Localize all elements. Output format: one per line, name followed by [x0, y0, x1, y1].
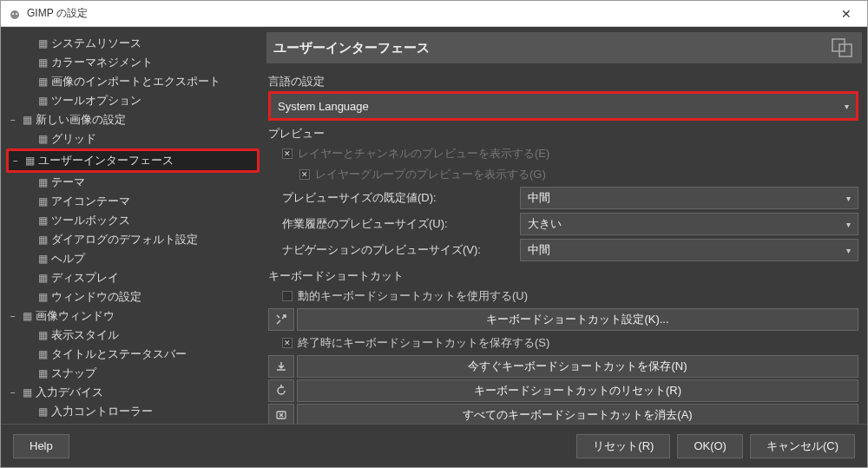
undo-preview-size-dropdown[interactable]: 大きい▾ — [520, 213, 858, 235]
chevron-down-icon: ▾ — [845, 102, 849, 111]
sidebar-item-label: ツールボックス — [51, 213, 130, 228]
sidebar-item[interactable]: ▦タイトルとステータスバー — [6, 345, 260, 364]
tree-item-icon: ▦ — [36, 234, 49, 246]
panel-icon — [831, 37, 855, 58]
sidebar-item[interactable]: ▦ウィンドウの設定 — [6, 287, 260, 307]
svg-rect-4 — [839, 44, 852, 56]
settings-dialog: GIMP の設定 ✕ ▦システムリソース▦カラーマネジメント▦画像のインポートと… — [0, 0, 868, 468]
expander-icon[interactable]: − — [8, 388, 18, 398]
tree-item-icon: ▦ — [36, 367, 49, 379]
sidebar-item[interactable]: ▦画像のインポートとエクスポート — [6, 72, 260, 91]
dynamic-shortcut-checkbox[interactable]: 動的キーボードショートカットを使用する(U) — [268, 286, 858, 307]
checkbox-icon — [282, 338, 293, 348]
main-panel: ユーザーインターフェース 言語の設定 System Language ▾ プレビ… — [261, 27, 867, 424]
sidebar-item[interactable]: ▦入力コントローラー — [6, 402, 260, 421]
window-title: GIMP の設定 — [27, 6, 88, 21]
sidebar-item[interactable]: −▦入力デバイス — [6, 383, 260, 402]
chevron-down-icon: ▾ — [846, 246, 851, 255]
form-area: 言語の設定 System Language ▾ プレビュー レイヤーとチャンネル… — [261, 65, 867, 424]
nav-preview-size-label: ナビゲーションのプレビューサイズ(V): — [268, 242, 520, 258]
tree-item-icon: ▦ — [36, 214, 49, 227]
sidebar-item-label: ユーザーインターフェース — [38, 153, 174, 168]
sidebar-item[interactable]: ▦アイコンテーマ — [6, 192, 260, 211]
sidebar-item-label: グリッド — [51, 131, 96, 147]
svg-point-0 — [10, 10, 19, 19]
svg-point-2 — [16, 13, 17, 15]
sidebar-item[interactable]: −▦ユーザーインターフェース — [9, 151, 257, 170]
cancel-button[interactable]: キャンセル(C) — [750, 434, 855, 458]
tools-icon-button[interactable] — [268, 308, 294, 331]
app-icon — [8, 7, 22, 21]
sidebar-item-label: 画像のインポートとエクスポート — [51, 74, 220, 89]
help-button[interactable]: Help — [13, 434, 69, 458]
preview-section-label: プレビュー — [268, 126, 858, 142]
dialog-footer: Help リセット(R) OK(O) キャンセル(C) — [1, 424, 867, 467]
ok-button[interactable]: OK(O) — [677, 434, 743, 458]
highlight-box: −▦ユーザーインターフェース — [6, 148, 260, 173]
clear-icon-button[interactable] — [268, 404, 294, 424]
sidebar-item-label: テーマ — [51, 175, 85, 190]
language-label: 言語の設定 — [268, 74, 858, 89]
sidebar-item-label: 表示スタイル — [51, 327, 119, 343]
close-button[interactable]: ✕ — [832, 3, 860, 24]
undo-preview-size-label: 作業履歴のプレビューサイズ(U): — [268, 216, 520, 232]
tree-item-icon: ▦ — [36, 37, 49, 49]
reset-icon-button[interactable] — [268, 379, 294, 402]
tree-item-icon: ▦ — [36, 348, 49, 360]
shortcut-settings-button[interactable]: キーボードショートカット設定(K)... — [297, 308, 858, 331]
sidebar-item-label: スナップ — [51, 366, 96, 381]
tree-item-icon: ▦ — [36, 56, 49, 69]
sidebar-item[interactable]: −▦画像ウィンドウ — [6, 307, 260, 326]
expander-icon[interactable]: − — [8, 115, 18, 125]
sidebar-item[interactable]: ▦スナップ — [6, 364, 260, 383]
sidebar-item-label: ヘルプ — [51, 251, 85, 267]
save-icon-button[interactable] — [268, 355, 294, 378]
sidebar-item[interactable]: ▦ツールボックス — [6, 211, 260, 230]
show-layergroup-preview-checkbox[interactable]: レイヤーグループのプレビューを表示する(G) — [268, 164, 858, 185]
chevron-down-icon: ▾ — [846, 194, 851, 203]
language-value: System Language — [278, 100, 369, 113]
sidebar-item[interactable]: ▦システムリソース — [6, 34, 260, 53]
tree-item-icon: ▦ — [36, 133, 49, 145]
sidebar-item[interactable]: ▦ヘルプ — [6, 249, 260, 268]
sidebar-item[interactable]: ▦表示スタイル — [6, 326, 260, 345]
sidebar-item[interactable]: ▦テーマ — [6, 173, 260, 192]
sidebar-item[interactable]: ▦ダイアログのデフォルト設定 — [6, 230, 260, 249]
sidebar-item[interactable]: −▦新しい画像の設定 — [6, 110, 260, 129]
sidebar-item[interactable]: ▦ディスプレイ — [6, 268, 260, 287]
sidebar-item-label: ディスプレイ — [51, 270, 119, 286]
save-shortcuts-now-button[interactable]: 今すぐキーボードショートカットを保存(N) — [297, 355, 858, 378]
sidebar-item-label: カラーマネジメント — [51, 55, 153, 70]
reset-button[interactable]: リセット(R) — [576, 434, 670, 458]
tree-item-icon: ▦ — [36, 195, 49, 208]
svg-rect-3 — [832, 39, 845, 51]
nav-preview-size-dropdown[interactable]: 中間▾ — [520, 239, 858, 261]
show-layer-preview-checkbox[interactable]: レイヤーとチャンネルのプレビューを表示する(E) — [268, 143, 858, 164]
sidebar-item-label: システムリソース — [51, 36, 141, 51]
tree-item-icon: ▦ — [36, 95, 49, 107]
language-dropdown[interactable]: System Language ▾ — [268, 91, 858, 121]
expander-icon[interactable]: − — [10, 156, 21, 166]
tree-item-icon: ▦ — [36, 405, 49, 418]
default-preview-size-dropdown[interactable]: 中間▾ — [520, 187, 858, 209]
sidebar-item-label: ダイアログのデフォルト設定 — [51, 232, 198, 247]
save-on-exit-checkbox[interactable]: 終了時にキーボードショートカットを保存する(S) — [268, 333, 858, 353]
tree-item-icon: ▦ — [20, 114, 34, 126]
expander-icon[interactable]: − — [8, 312, 18, 321]
chevron-down-icon: ▾ — [846, 220, 851, 229]
sidebar-item[interactable]: ▦カラーマネジメント — [6, 53, 260, 72]
sidebar-item-label: 入力デバイス — [36, 385, 103, 400]
default-preview-size-label: プレビューサイズの既定値(D): — [268, 190, 520, 206]
panel-title: ユーザーインターフェース — [273, 40, 430, 56]
sidebar-item[interactable]: ▦ツールオプション — [6, 91, 260, 110]
tree-item-icon: ▦ — [36, 272, 49, 284]
clear-shortcuts-button[interactable]: すべてのキーボードショートカットを消去(A) — [297, 404, 858, 424]
tree-item-icon: ▦ — [23, 155, 36, 167]
titlebar: GIMP の設定 ✕ — [1, 1, 867, 27]
reset-shortcuts-button[interactable]: キーボードショートカットのリセット(R) — [297, 379, 858, 402]
sidebar-item-label: ウィンドウの設定 — [51, 289, 141, 305]
sidebar-item[interactable]: ▦グリッド — [6, 129, 260, 148]
sidebar-item-label: 入力コントローラー — [51, 404, 153, 419]
tree-item-icon: ▦ — [36, 291, 49, 303]
sidebar-item-label: アイコンテーマ — [51, 194, 130, 209]
